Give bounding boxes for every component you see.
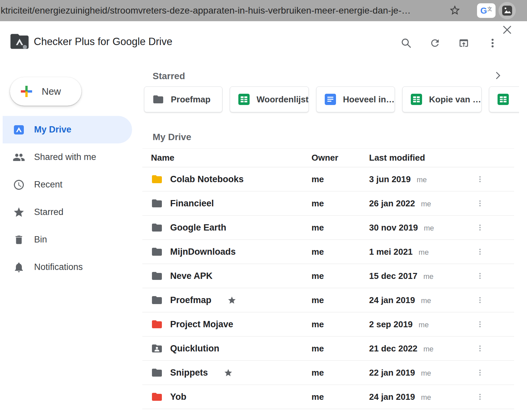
starred-card-label: Woordenlijst: [257, 94, 309, 105]
file-row[interactable]: Project Mojave me 2 sep 2019 me: [142, 312, 514, 337]
file-modified-date: 2 sep 2019: [369, 319, 413, 330]
row-more-options-button[interactable]: [475, 173, 485, 186]
file-owner: me: [311, 343, 324, 353]
file-owner: me: [311, 319, 324, 329]
file-modified-by: me: [419, 321, 429, 329]
docs-icon: [324, 93, 336, 105]
checker-plus-window: Checker Plus for Google Drive New My Dri…: [3, 21, 527, 420]
sidebar-item-label: Recent: [34, 180, 63, 190]
folder-icon: [152, 93, 164, 105]
table-header: Name Owner Last modified: [142, 148, 514, 167]
row-more-options-button[interactable]: [475, 366, 485, 379]
row-more-options-button[interactable]: [475, 390, 485, 403]
file-row[interactable]: Proefmap me 24 jan 2019 me: [142, 288, 514, 312]
starred-cards: Proefmap Woordenlijst Hoeveel in… Kopie …: [142, 86, 519, 117]
row-more-options-button[interactable]: [475, 221, 485, 234]
starred-card[interactable]: Hoeveel in…: [316, 86, 395, 112]
column-header-modified[interactable]: Last modified: [369, 153, 425, 163]
file-name: MijnDownloads: [170, 247, 236, 257]
starred-card[interactable]: Woordenlijst: [230, 86, 309, 112]
file-row[interactable]: Snippets me 22 jan 2019 me: [142, 361, 514, 385]
file-name: Colab Notebooks: [170, 174, 244, 184]
file-owner: me: [311, 368, 324, 378]
column-header-owner[interactable]: Owner: [311, 153, 338, 163]
row-more-options-button[interactable]: [475, 318, 485, 331]
address-bar-url[interactable]: ktriciteit/energiezuinigheid/stroomvrete…: [1, 0, 444, 21]
sidebar-item-recent[interactable]: Recent: [3, 171, 132, 198]
file-row[interactable]: MijnDownloads me 1 mei 2021 me: [142, 240, 514, 264]
sheets-icon: [497, 93, 509, 105]
file-modified-date: 1 mei 2021: [369, 247, 413, 257]
file-owner: me: [311, 392, 324, 402]
file-modified-date: 24 jan 2019: [369, 295, 415, 305]
file-modified-by: me: [421, 369, 431, 378]
row-more-options-button[interactable]: [475, 197, 485, 210]
file-row[interactable]: Quicklution me 21 dec 2022 me: [142, 337, 514, 361]
row-more-options-button[interactable]: [475, 342, 485, 355]
search-button[interactable]: [400, 36, 413, 50]
sidebar-item-label: Shared with me: [34, 152, 96, 162]
popup-title: Checker Plus for Google Drive: [34, 36, 172, 48]
file-name: Financieel: [170, 198, 214, 209]
file-owner: me: [311, 247, 324, 257]
starred-card[interactable]: Kopie van …: [402, 86, 481, 112]
multicolor-plus-icon: [20, 85, 33, 98]
sidebar-item-label: Bin: [34, 235, 47, 245]
more-options-button[interactable]: [486, 36, 499, 50]
bin-icon: [13, 234, 25, 246]
people-icon: [13, 151, 25, 164]
file-modified-date: 21 dec 2022: [369, 343, 417, 354]
folder-icon: [151, 294, 163, 306]
sheets-icon: [238, 93, 250, 105]
starred-card[interactable]: [489, 86, 519, 112]
file-row[interactable]: Colab Notebooks me 3 jun 2019 me: [142, 167, 514, 191]
file-modified-by: me: [421, 200, 431, 208]
file-modified-by: me: [419, 248, 429, 257]
file-modified-date: 15 dec 2017: [369, 271, 417, 281]
sidebar-item-shared-with-me[interactable]: Shared with me: [3, 143, 132, 171]
sidebar-item-my-drive[interactable]: My Drive: [3, 116, 132, 143]
translate-extension-icon[interactable]: G文: [477, 3, 496, 18]
clock-icon: [13, 179, 25, 191]
browser-toolbar: ktriciteit/energiezuinigheid/stroomvrete…: [0, 0, 527, 21]
row-more-options-button[interactable]: [475, 293, 485, 307]
column-header-name[interactable]: Name: [151, 153, 174, 163]
file-name: Proefmap: [170, 295, 212, 305]
file-row[interactable]: Financieel me 26 jan 2022 me: [142, 191, 514, 216]
bookmark-star-icon[interactable]: [449, 4, 461, 18]
file-row[interactable]: Google Earth me 30 nov 2019 me: [142, 216, 514, 240]
photos-extension-icon[interactable]: [498, 1, 516, 21]
file-modified-date: 26 jan 2022: [369, 198, 415, 209]
mydrive-section-title: My Drive: [153, 132, 191, 142]
file-modified-date: 3 jun 2019: [369, 174, 411, 184]
chevron-right-icon[interactable]: [493, 70, 503, 82]
refresh-button[interactable]: [428, 36, 442, 50]
sidebar-nav: My Drive Shared with me Recent Starred B…: [3, 116, 132, 281]
folder-icon: [151, 391, 163, 403]
file-modified-by: me: [423, 345, 434, 353]
file-owner: me: [311, 223, 324, 233]
sidebar-item-label: Notifications: [34, 262, 83, 272]
file-row[interactable]: Yob me 24 jan 2019 me: [142, 385, 514, 409]
file-modified-by: me: [423, 272, 434, 281]
file-row[interactable]: Neve APK me 15 dec 2017 me: [142, 264, 514, 288]
file-modified-date: 22 jan 2019: [369, 368, 415, 378]
table-body: Colab Notebooks me 3 jun 2019 me Financi…: [142, 167, 514, 409]
file-owner: me: [311, 198, 324, 208]
starred-card[interactable]: Proefmap: [144, 86, 222, 112]
sidebar-item-bin[interactable]: Bin: [3, 226, 132, 253]
row-more-options-button[interactable]: [475, 245, 485, 258]
file-modified-by: me: [421, 393, 431, 402]
file-owner: me: [311, 295, 324, 305]
bell-icon: [13, 261, 25, 274]
row-more-options-button[interactable]: [475, 269, 485, 283]
file-name: Neve APK: [170, 271, 213, 281]
sidebar-item-notifications[interactable]: Notifications: [3, 253, 132, 281]
file-name: Google Earth: [170, 223, 226, 233]
close-button[interactable]: [501, 24, 513, 37]
sidebar-item-starred[interactable]: Starred: [3, 198, 132, 226]
open-in-window-button[interactable]: [457, 36, 470, 50]
sidebar-item-label: My Drive: [34, 125, 72, 135]
file-name: Project Mojave: [170, 319, 233, 330]
new-button[interactable]: New: [10, 77, 81, 106]
